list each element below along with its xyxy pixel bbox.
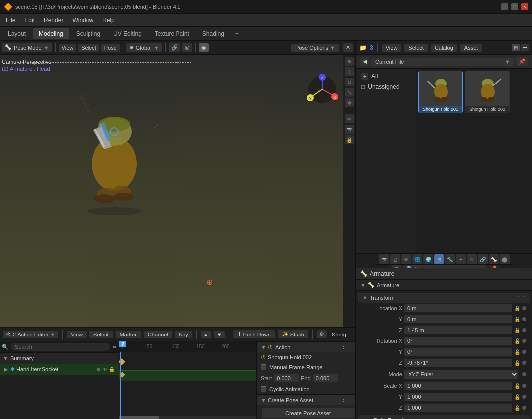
prop-icon-world[interactable]: 🌍	[423, 254, 433, 264]
menu-file[interactable]: File	[2, 16, 19, 25]
rotation-x-input[interactable]: 0°	[404, 337, 512, 345]
scale-y-lock[interactable]: 🔓	[514, 394, 520, 400]
prop-icon-constraint[interactable]: 🔗	[478, 254, 488, 264]
tab-layout[interactable]: Layout	[2, 28, 32, 39]
delta-transform-header[interactable]: ▶ ▶ Delta Transform	[358, 415, 530, 419]
transform-options-icon[interactable]: ⋮⋮	[516, 295, 526, 301]
prop-icon-object[interactable]: ⊡	[434, 254, 444, 264]
viewport-options[interactable]: Pose Options ▼	[291, 44, 339, 52]
action-section-header[interactable]: ▼ ⏱ Action ⋮⋮	[257, 342, 355, 352]
ae-key-menu[interactable]: Key	[175, 331, 192, 338]
mode-dot[interactable]	[522, 372, 526, 376]
tool-rotate[interactable]: ↻	[345, 78, 354, 86]
location-z-dot[interactable]	[522, 328, 526, 332]
proportional-edit[interactable]: ◎	[182, 43, 192, 52]
ae-select-menu[interactable]: Select	[89, 331, 113, 338]
tab-uv-editing[interactable]: UV Editing	[107, 28, 148, 39]
menu-help[interactable]: Help	[98, 16, 119, 25]
ab-list-view[interactable]: ☰	[521, 44, 529, 51]
rotation-x-lock[interactable]: 🔓	[514, 338, 520, 344]
tool-transform[interactable]: ✥	[345, 98, 354, 107]
scale-z-input[interactable]: 1.000	[404, 404, 512, 412]
ab-source-select[interactable]: Current File ▼	[371, 58, 514, 66]
ae-view-menu[interactable]: View	[67, 331, 87, 338]
ae-summary-row[interactable]: ▼ Summary	[0, 353, 119, 364]
mode-select[interactable]: XYZ Euler	[404, 370, 518, 379]
tab-texture-paint[interactable]: Texture Paint	[149, 28, 195, 39]
scale-z-lock[interactable]: 🔓	[514, 405, 520, 411]
ab-nav-left[interactable]: ◀	[360, 57, 369, 66]
ab-grid-view[interactable]: ⊞	[512, 44, 520, 51]
ae-push-down[interactable]: ⬇ Push Down	[233, 330, 275, 338]
location-z-input[interactable]: 1.45 m	[404, 326, 512, 334]
viewport-mode-select[interactable]: 🦴 Pose Mode ▼	[2, 43, 52, 52]
select-menu[interactable]: Select	[78, 44, 99, 52]
view-menu[interactable]: View	[59, 44, 77, 52]
rotation-y-dot[interactable]	[522, 350, 526, 354]
snap-toggle[interactable]: 🔗	[169, 43, 180, 52]
rotation-z-lock[interactable]: 🔓	[514, 360, 520, 366]
transform-select[interactable]: ⊕ Global ▼	[126, 43, 162, 52]
rotation-z-input[interactable]: -9.7871°	[404, 359, 512, 367]
create-pose-section-header[interactable]: ▼ Create Pose Asset ⋮⋮	[257, 394, 355, 405]
tab-shading[interactable]: Shading	[196, 28, 230, 39]
tool-annotate[interactable]: ✏	[345, 114, 354, 123]
location-y-lock[interactable]: 🔓	[514, 317, 520, 322]
track-settings-icon[interactable]: ⚙	[96, 367, 101, 372]
menu-edit[interactable]: Edit	[20, 16, 39, 25]
location-z-lock[interactable]: 🔓	[514, 328, 520, 333]
prop-icon-output[interactable]: 🖨	[390, 254, 400, 264]
ae-scrollbar-thumb[interactable]	[119, 416, 159, 419]
tool-scale[interactable]: ⤡	[345, 88, 354, 97]
asset-card-2[interactable]: Shotgun Hold 002	[465, 71, 510, 113]
action-panel-options[interactable]: ⋮⋮	[341, 344, 352, 350]
location-x-input[interactable]: 0 m	[404, 304, 512, 312]
prop-icon-view[interactable]: 👁	[401, 254, 411, 264]
create-pose-asset-btn[interactable]: Create Pose Asset	[262, 408, 355, 418]
ae-options[interactable]: ⚙	[317, 330, 327, 338]
catalog-all[interactable]: + All	[358, 71, 414, 82]
flip-icon[interactable]: ⇔	[112, 344, 117, 350]
rotation-y-lock[interactable]: 🔓	[514, 349, 520, 355]
ab-select-menu[interactable]: Select	[404, 44, 428, 52]
ae-stash[interactable]: ✨ Stash	[278, 330, 308, 338]
prop-icon-scene[interactable]: 🌐	[412, 254, 422, 264]
menu-render[interactable]: Render	[40, 16, 67, 25]
close-btn[interactable]: ×	[521, 3, 528, 10]
tool-camera[interactable]: 📷	[345, 125, 354, 134]
tab-sculpting[interactable]: Sculpting	[70, 28, 106, 39]
rotation-y-input[interactable]: 0°	[404, 348, 512, 356]
scale-y-dot[interactable]	[522, 395, 526, 399]
tab-add[interactable]: +	[231, 28, 243, 39]
ab-catalog-menu[interactable]: Catalog	[431, 44, 457, 52]
ae-search-input[interactable]	[11, 343, 110, 351]
end-input[interactable]	[313, 374, 338, 382]
prop-icon-data[interactable]: 🦴	[489, 254, 499, 264]
new-catalog-btn[interactable]: +	[361, 73, 368, 80]
axis-gizmo[interactable]: Z X Y	[305, 72, 340, 107]
tool-lock[interactable]: 🔒	[345, 135, 354, 144]
rotation-z-dot[interactable]	[522, 361, 526, 365]
track-visibility-icon[interactable]: 👁	[102, 367, 107, 372]
cyclic-checkbox[interactable]	[261, 386, 266, 392]
prop-icon-render[interactable]: 📷	[379, 254, 389, 264]
scale-x-dot[interactable]	[522, 384, 526, 388]
location-y-dot[interactable]	[522, 317, 526, 321]
maximize-btn[interactable]: □	[511, 3, 518, 10]
scale-z-dot[interactable]	[522, 406, 526, 410]
transform-header[interactable]: ▼ Transform ⋮⋮	[358, 293, 530, 303]
scale-x-lock[interactable]: 🔓	[514, 383, 520, 389]
ae-down-arrow[interactable]: ▼	[214, 331, 225, 338]
scale-x-input[interactable]: 1.000	[404, 382, 512, 390]
tool-cursor[interactable]: ⊕	[345, 57, 354, 66]
tab-modeling[interactable]: Modeling	[33, 28, 69, 39]
menu-window[interactable]: Window	[68, 16, 97, 25]
location-x-lock[interactable]: 🔓	[514, 306, 520, 311]
rotation-x-dot[interactable]	[522, 339, 526, 343]
tool-move[interactable]: ⇧	[345, 67, 354, 76]
start-input[interactable]	[274, 374, 299, 382]
location-y-input[interactable]: 0 m	[404, 315, 512, 323]
ae-up-arrow[interactable]: ▲	[201, 331, 211, 338]
catalog-unassigned[interactable]: □ Unassigned	[358, 82, 414, 92]
prop-icon-particle[interactable]: ✦	[456, 254, 466, 264]
